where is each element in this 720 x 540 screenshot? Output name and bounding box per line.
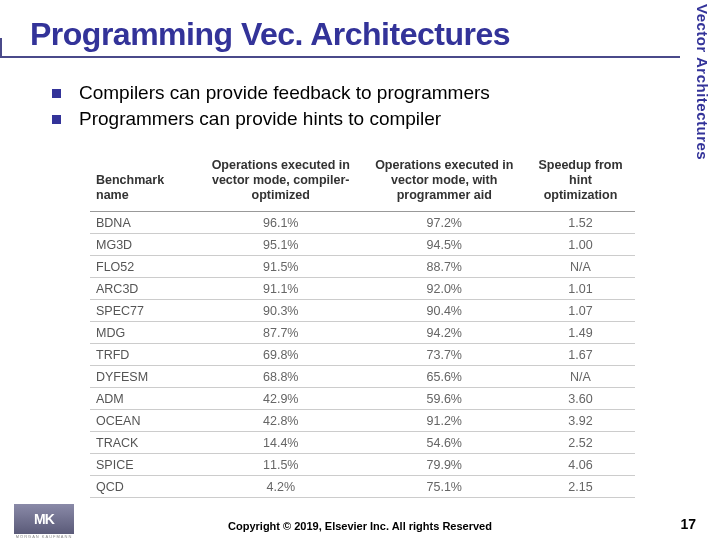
table-cell: 3.60 [526, 388, 635, 410]
table-cell: N/A [526, 256, 635, 278]
table-row: MDG87.7%94.2%1.49 [90, 322, 635, 344]
table-cell: 87.7% [199, 322, 363, 344]
table-cell: 3.92 [526, 410, 635, 432]
side-label: Vector Architectures [688, 4, 716, 224]
table-cell: 90.3% [199, 300, 363, 322]
table-cell: 91.1% [199, 278, 363, 300]
table-row: BDNA96.1%97.2%1.52 [90, 212, 635, 234]
table-header-row: Benchmark name Operations executed in ve… [90, 155, 635, 212]
table-row: QCD4.2%75.1%2.15 [90, 476, 635, 498]
table-cell: OCEAN [90, 410, 199, 432]
bullet-item: Programmers can provide hints to compile… [52, 108, 660, 130]
col-header: Benchmark name [90, 155, 199, 212]
table-cell: 65.6% [363, 366, 527, 388]
table-cell: 91.5% [199, 256, 363, 278]
data-table: Benchmark name Operations executed in ve… [90, 155, 635, 498]
benchmark-table: Benchmark name Operations executed in ve… [90, 155, 635, 498]
table-row: SPEC7790.3%90.4%1.07 [90, 300, 635, 322]
side-label-text: Vector Architectures [694, 4, 711, 160]
table-row: OCEAN42.8%91.2%3.92 [90, 410, 635, 432]
table-cell: FLO52 [90, 256, 199, 278]
table-cell: 68.8% [199, 366, 363, 388]
table-cell: 14.4% [199, 432, 363, 454]
table-cell: BDNA [90, 212, 199, 234]
table-cell: 94.5% [363, 234, 527, 256]
logo-subtext: MORGAN KAUFMANN [14, 534, 74, 539]
table-cell: 95.1% [199, 234, 363, 256]
table-cell: TRFD [90, 344, 199, 366]
table-cell: 59.6% [363, 388, 527, 410]
table-cell: 91.2% [363, 410, 527, 432]
table-row: TRACK14.4%54.6%2.52 [90, 432, 635, 454]
table-cell: QCD [90, 476, 199, 498]
slide-title-bar: Programming Vec. Architectures [18, 12, 680, 56]
table-cell: 1.00 [526, 234, 635, 256]
table-cell: 4.06 [526, 454, 635, 476]
table-row: ARC3D91.1%92.0%1.01 [90, 278, 635, 300]
col-header: Operations executed in vector mode, comp… [199, 155, 363, 212]
table-cell: 1.07 [526, 300, 635, 322]
table-cell: ADM [90, 388, 199, 410]
table-cell: SPEC77 [90, 300, 199, 322]
table-cell: 54.6% [363, 432, 527, 454]
table-cell: TRACK [90, 432, 199, 454]
bullet-text: Compilers can provide feedback to progra… [79, 82, 490, 104]
table-row: ADM42.9%59.6%3.60 [90, 388, 635, 410]
bullet-text: Programmers can provide hints to compile… [79, 108, 441, 130]
table-cell: 1.49 [526, 322, 635, 344]
copyright-footer: Copyright © 2019, Elsevier Inc. All righ… [0, 520, 720, 532]
bullet-item: Compilers can provide feedback to progra… [52, 82, 660, 104]
bullet-square-icon [52, 89, 61, 98]
table-cell: 79.9% [363, 454, 527, 476]
table-cell: 1.01 [526, 278, 635, 300]
table-cell: 4.2% [199, 476, 363, 498]
page-number: 17 [680, 516, 696, 532]
table-cell: 97.2% [363, 212, 527, 234]
col-header: Speedup from hint optimization [526, 155, 635, 212]
col-header: Operations executed in vector mode, with… [363, 155, 527, 212]
table-cell: 69.8% [199, 344, 363, 366]
table-cell: SPICE [90, 454, 199, 476]
table-cell: 92.0% [363, 278, 527, 300]
table-cell: MG3D [90, 234, 199, 256]
table-row: DYFESM68.8%65.6%N/A [90, 366, 635, 388]
title-underline [0, 56, 680, 58]
table-cell: 42.8% [199, 410, 363, 432]
table-cell: N/A [526, 366, 635, 388]
table-cell: ARC3D [90, 278, 199, 300]
table-cell: 73.7% [363, 344, 527, 366]
table-row: TRFD69.8%73.7%1.67 [90, 344, 635, 366]
table-cell: 75.1% [363, 476, 527, 498]
table-cell: 94.2% [363, 322, 527, 344]
table-cell: 96.1% [199, 212, 363, 234]
table-row: FLO5291.5%88.7%N/A [90, 256, 635, 278]
table-row: SPICE11.5%79.9%4.06 [90, 454, 635, 476]
table-cell: DYFESM [90, 366, 199, 388]
table-row: MG3D95.1%94.5%1.00 [90, 234, 635, 256]
table-cell: 2.15 [526, 476, 635, 498]
table-cell: 88.7% [363, 256, 527, 278]
table-cell: 1.52 [526, 212, 635, 234]
bullet-square-icon [52, 115, 61, 124]
table-cell: 1.67 [526, 344, 635, 366]
bullet-list: Compilers can provide feedback to progra… [52, 82, 660, 134]
table-cell: 2.52 [526, 432, 635, 454]
table-cell: 11.5% [199, 454, 363, 476]
table-cell: 90.4% [363, 300, 527, 322]
title-tick [0, 38, 2, 58]
table-cell: 42.9% [199, 388, 363, 410]
table-cell: MDG [90, 322, 199, 344]
slide-title: Programming Vec. Architectures [30, 16, 510, 53]
